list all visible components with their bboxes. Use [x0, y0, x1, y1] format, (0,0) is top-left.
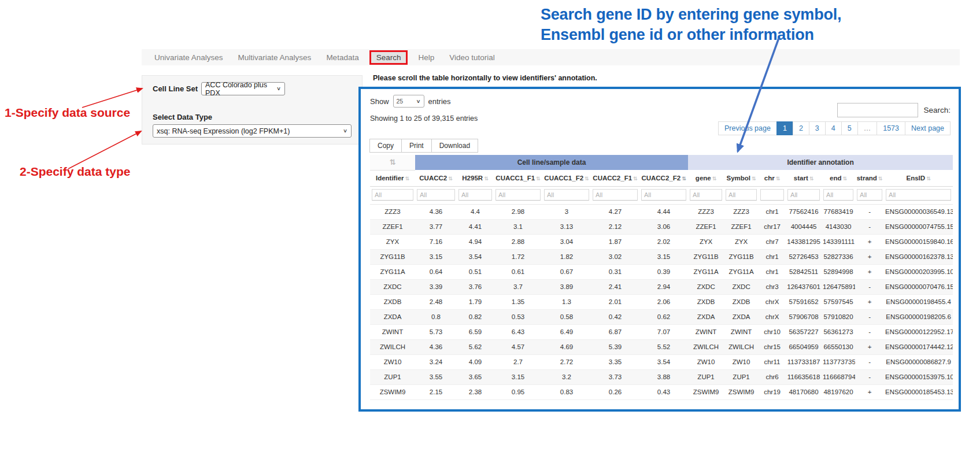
table-cell: 1.79: [457, 294, 494, 309]
page-length-value: 25: [397, 98, 404, 105]
column-header[interactable]: EnsID⇅: [884, 170, 953, 186]
table-cell: 3.54: [457, 249, 494, 264]
table-cell: 48197620: [822, 384, 855, 399]
table-cell: 0.61: [494, 264, 542, 279]
column-filter-input[interactable]: [857, 189, 882, 201]
group-header-identifier-annotation: Identifier annotation: [688, 155, 953, 170]
nav-item-video-tutorial[interactable]: Video tutorial: [442, 53, 502, 62]
column-filter-input[interactable]: [593, 189, 638, 201]
next-page-button[interactable]: Next page: [905, 121, 951, 135]
table-cell: ZYG11B: [688, 249, 724, 264]
table-cell: 3.65: [457, 369, 494, 384]
nav-item-help[interactable]: Help: [411, 53, 442, 62]
table-cell: ZZEF1: [370, 219, 415, 234]
search-input[interactable]: [837, 103, 918, 117]
table-search: Search:: [837, 103, 951, 117]
table-cell: 2.88: [494, 234, 542, 249]
data-source-panel: Cell Line Set ACC Colorado plus PDX ∨ Se…: [142, 75, 363, 145]
table-cell: 4.94: [457, 234, 494, 249]
table-cell: 4.44: [639, 204, 688, 219]
nav-item-metadata[interactable]: Metadata: [319, 53, 366, 62]
table-cell: 6.87: [591, 324, 639, 339]
page-number-button[interactable]: 4: [825, 121, 842, 135]
table-cell: 3.04: [542, 234, 591, 249]
column-header[interactable]: CUACC2⇅: [415, 170, 457, 186]
table-cell: ZW10: [370, 354, 415, 369]
column-header[interactable]: start⇅: [786, 170, 822, 186]
export-button[interactable]: Download: [431, 139, 478, 153]
column-filter-input[interactable]: [544, 189, 589, 201]
nav-item-univariate-analyses[interactable]: Univariate Analyses: [142, 53, 231, 62]
table-cell: 3.15: [639, 249, 688, 264]
table-cell: 2.48: [415, 294, 457, 309]
table-cell: chrX: [759, 294, 786, 309]
column-header[interactable]: CUACC1_F2⇅: [542, 170, 591, 186]
column-filter-input[interactable]: [886, 189, 951, 201]
step1-arrow: [82, 88, 142, 108]
table-cell: ENSG00000153975.10: [884, 369, 953, 384]
column-filter-input[interactable]: [690, 189, 722, 201]
table-cell: 126437601: [786, 279, 822, 294]
table-cell: ZYG11A: [370, 264, 415, 279]
column-filter-input[interactable]: [760, 189, 784, 201]
table-cell: 0.31: [591, 264, 639, 279]
page-number-button[interactable]: …: [857, 121, 878, 135]
search-tip-line2: Ensembl gene id or other information: [541, 25, 864, 45]
page-number-button[interactable]: 1573: [877, 121, 905, 135]
column-filter-input[interactable]: [787, 189, 820, 201]
page-number-button[interactable]: 2: [793, 121, 809, 135]
column-header[interactable]: H295R⇅: [457, 170, 494, 186]
group-header-row: ⇅ Cell line/sample data Identifier annot…: [370, 155, 953, 170]
table-cell: 1.3: [542, 294, 591, 309]
table-cell: ZWILCH: [688, 339, 724, 354]
column-filter-input[interactable]: [417, 189, 455, 201]
column-header[interactable]: CUACC2_F2⇅: [639, 170, 688, 186]
table-cell: chr15: [759, 339, 786, 354]
table-cell: ZWINT: [724, 324, 759, 339]
column-header[interactable]: Identifier⇅: [370, 170, 415, 186]
column-header[interactable]: gene⇅: [688, 170, 724, 186]
table-cell: chrX: [759, 309, 786, 324]
table-cell: 6.43: [494, 324, 542, 339]
table-cell: 77683419: [822, 204, 855, 219]
export-button[interactable]: Print: [401, 139, 432, 153]
sort-icon: ⇅: [405, 176, 410, 182]
nav-item-multivariate-analyses[interactable]: Multivariate Analyses: [231, 53, 319, 62]
column-header[interactable]: Symbol⇅: [724, 170, 759, 186]
column-filter-input[interactable]: [458, 189, 492, 201]
identifier-sort-header[interactable]: ⇅: [370, 155, 415, 170]
step2-note: 2-Specify data type: [20, 165, 130, 179]
table-cell: 3.35: [591, 354, 639, 369]
table-cell: 2.72: [542, 354, 591, 369]
data-type-select[interactable]: xsq: RNA-seq Expression (log2 FPKM+1) ∨: [153, 124, 352, 138]
page-length-select[interactable]: 25 ∨: [393, 95, 424, 108]
column-header[interactable]: end⇅: [822, 170, 855, 186]
table-cell: 6.49: [542, 324, 591, 339]
cell-line-set-select[interactable]: ACC Colorado plus PDX ∨: [201, 82, 285, 95]
filter-row: [370, 186, 953, 204]
table-row: ZZZ3 4.36 4.4 2.98 3 4.27 4.44 ZZZ3 ZZZ3…: [370, 204, 953, 219]
column-filter-input[interactable]: [823, 189, 853, 201]
column-filter-input[interactable]: [372, 189, 413, 201]
page-number-button[interactable]: 5: [841, 121, 858, 135]
column-header[interactable]: CUACC2_F1⇅: [591, 170, 639, 186]
table-cell: ZZEF1: [724, 219, 759, 234]
nav-item-search[interactable]: Search: [369, 50, 408, 65]
page-number-button[interactable]: 1: [776, 121, 793, 135]
export-button[interactable]: Copy: [369, 139, 402, 153]
entries-info: Showing 1 to 25 of 39,315 entries: [370, 114, 478, 123]
column-header[interactable]: CUACC1_F1⇅: [494, 170, 542, 186]
previous-page-button[interactable]: Previous page: [718, 121, 777, 135]
table-cell: 5.73: [415, 324, 457, 339]
column-header[interactable]: chr⇅: [759, 170, 786, 186]
table-cell: ZXDC: [688, 279, 724, 294]
table-cell: ZYG11B: [370, 249, 415, 264]
column-header[interactable]: strand⇅: [855, 170, 884, 186]
table-cell: ZYX: [724, 234, 759, 249]
table-cell: 7.16: [415, 234, 457, 249]
column-filter-input[interactable]: [641, 189, 686, 201]
column-filter-input[interactable]: [726, 189, 757, 201]
column-filter-input[interactable]: [495, 189, 541, 201]
table-cell: 56361273: [822, 324, 855, 339]
page-number-button[interactable]: 3: [809, 121, 826, 135]
